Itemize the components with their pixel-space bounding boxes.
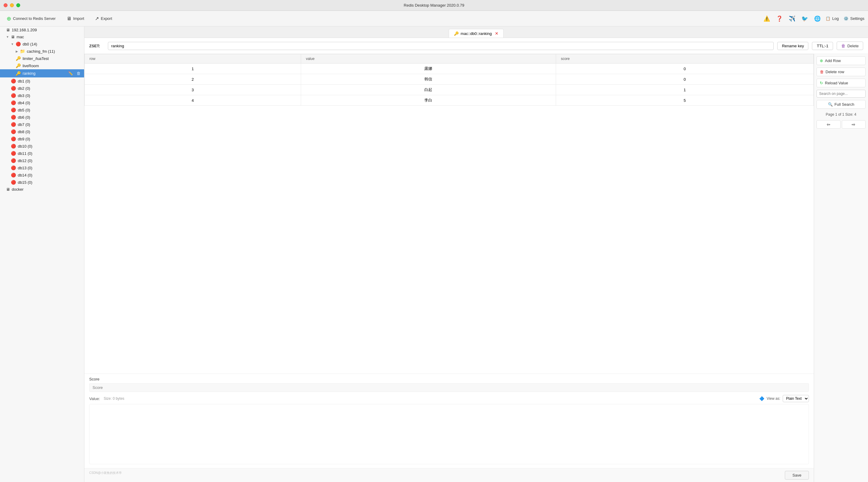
sidebar-item-db6[interactable]: 🔴 db6 (0)	[0, 114, 84, 121]
search-input[interactable]	[816, 90, 866, 98]
sidebar-item-db10[interactable]: 🔴 db10 (0)	[0, 142, 84, 150]
add-row-button[interactable]: ⊕ Add Row	[816, 56, 866, 65]
sidebar-item-server-mac[interactable]: ▼ 🖥 mac	[0, 33, 84, 40]
connect-button[interactable]: ⊕ Connect to Redis Server	[4, 13, 59, 24]
data-table: row value score 1 露娜 0 2 韩信 0 3 白起 1 4 李…	[84, 54, 814, 106]
close-button[interactable]	[4, 3, 7, 7]
sidebar-item-db1[interactable]: 🔴 db1 (0)	[0, 77, 84, 85]
cell-row: 4	[85, 95, 301, 106]
full-search-label: Full Search	[835, 102, 855, 107]
save-button[interactable]: Save	[785, 471, 809, 480]
log-button[interactable]: 📋 Log	[826, 16, 839, 21]
db13-icon: 🔴	[11, 165, 16, 170]
db4-icon: 🔴	[11, 100, 16, 105]
content-body: row value score 1 露娜 0 2 韩信 0 3 白起 1 4 李…	[84, 54, 868, 482]
minimize-button[interactable]	[10, 3, 14, 7]
tab-key-icon: 🔑	[454, 31, 459, 36]
delete-key-btn[interactable]: 🗑 Delete	[837, 41, 863, 50]
app-title: Redis Desktop Manager 2020.0.79	[404, 3, 464, 7]
delete-icon: 🗑	[841, 43, 845, 48]
help-icon[interactable]: ❓	[776, 15, 783, 22]
sidebar-item-db4[interactable]: 🔴 db4 (0)	[0, 99, 84, 106]
sidebar-item-docker[interactable]: 🖥 docker	[0, 186, 84, 193]
cell-score: 1	[556, 85, 813, 95]
db0-label: db0 (14)	[23, 42, 37, 46]
sidebar-item-db8[interactable]: 🔴 db8 (0)	[0, 128, 84, 135]
sidebar-item-db7[interactable]: 🔴 db7 (0)	[0, 121, 84, 128]
pagination-buttons: ⇦ ⇨	[816, 120, 866, 129]
ttl-display: TTL:-1	[812, 42, 833, 50]
next-page-button[interactable]: ⇨	[842, 120, 866, 129]
sidebar-item-db9[interactable]: 🔴 db9 (0)	[0, 135, 84, 142]
view-as-select[interactable]: Plain Text JSON Hex Binary	[783, 395, 809, 402]
table-row[interactable]: 4 李白 5	[85, 95, 814, 106]
add-row-label: Add Row	[825, 59, 841, 63]
reload-label: Reload Value	[825, 81, 848, 85]
sidebar-actions: ✏️ 🗑	[67, 70, 82, 76]
reload-icon: ↻	[820, 81, 823, 85]
score-input[interactable]	[89, 383, 809, 392]
sidebar-item-liveroom[interactable]: 🔑 liveRoom	[0, 62, 84, 69]
sidebar-item-ranking[interactable]: 🔑 ranking ✏️ 🗑	[0, 69, 84, 77]
export-button[interactable]: ↗ Export	[92, 14, 115, 23]
key-name-input[interactable]	[108, 42, 774, 50]
sidebar-item-db13[interactable]: 🔴 db13 (0)	[0, 164, 84, 171]
db15-label: db15 (0)	[18, 180, 32, 185]
value-size: Size: 0 bytes	[104, 396, 124, 401]
table-row[interactable]: 2 韩信 0	[85, 74, 814, 85]
tab-close-button[interactable]: ✕	[495, 31, 498, 36]
view-as-row: 🔷 View as: Plain Text JSON Hex Binary	[759, 395, 809, 402]
view-as-icon: 🔷	[759, 396, 764, 401]
full-search-icon: 🔍	[828, 102, 833, 107]
db12-icon: 🔴	[11, 158, 16, 163]
edit-key-button[interactable]: ✏️	[67, 70, 74, 76]
settings-label: Settings	[850, 16, 864, 21]
sidebar-item-db11[interactable]: 🔴 db11 (0)	[0, 150, 84, 157]
table-scroll[interactable]: row value score 1 露娜 0 2 韩信 0 3 白起 1 4 李…	[84, 54, 814, 374]
sidebar-item-caching[interactable]: ▶ 📁 caching_fm (11)	[0, 47, 84, 55]
twitter-icon[interactable]: 🐦	[801, 15, 808, 22]
globe-icon[interactable]: 🌐	[814, 15, 821, 22]
key-editor: ZSET: Rename key TTL:-1 🗑 Delete	[84, 38, 868, 54]
db5-icon: 🔴	[11, 107, 16, 113]
settings-button[interactable]: ⚙️ Settings	[844, 16, 864, 21]
sidebar-item-server-1[interactable]: 🖥 192.168.1.209	[0, 27, 84, 33]
warning-icon[interactable]: ⚠️	[764, 15, 770, 22]
delete-key-button[interactable]: 🗑	[75, 70, 82, 76]
watermark-text: CSDN@小斑鱼的技术亭	[89, 471, 122, 480]
maximize-button[interactable]	[16, 3, 20, 7]
chevron-down-icon: ▼	[6, 35, 9, 38]
delete-row-icon: 🗑	[820, 70, 824, 74]
server-icon: 🖥	[6, 28, 10, 32]
db7-label: db7 (0)	[18, 122, 30, 127]
folder-icon: 📁	[20, 49, 25, 54]
db3-label: db3 (0)	[18, 93, 30, 98]
import-button[interactable]: 🖥 Import	[64, 14, 87, 23]
value-textarea[interactable]	[89, 404, 809, 464]
sidebar-item-db0[interactable]: ▼ 🔴 db0 (14)	[0, 40, 84, 47]
chevron-db0-icon: ▼	[11, 42, 14, 46]
sidebar-item-db2[interactable]: 🔴 db2 (0)	[0, 85, 84, 92]
reload-button[interactable]: ↻ Reload Value	[816, 78, 866, 87]
db8-icon: 🔴	[11, 129, 16, 134]
table-row[interactable]: 3 白起 1	[85, 85, 814, 95]
sidebar-item-db12[interactable]: 🔴 db12 (0)	[0, 157, 84, 164]
full-search-button[interactable]: 🔍 Full Search	[816, 100, 866, 109]
prev-page-button[interactable]: ⇦	[816, 120, 841, 129]
sidebar-item-db15[interactable]: 🔴 db15 (0)	[0, 179, 84, 186]
pagination-info: Page 1 of 1 Size: 4	[816, 111, 866, 118]
delete-row-button[interactable]: 🗑 Delete row	[816, 67, 866, 76]
db1-icon: 🔴	[11, 78, 16, 84]
tab-ranking[interactable]: 🔑 mac::db0::ranking ✕	[449, 29, 503, 38]
rename-key-button[interactable]: Rename key	[777, 42, 808, 50]
sidebar-item-db5[interactable]: 🔴 db5 (0)	[0, 106, 84, 114]
table-row[interactable]: 1 露娜 0	[85, 64, 814, 74]
cell-score: 0	[556, 64, 813, 74]
sidebar-item-db3[interactable]: 🔴 db3 (0)	[0, 92, 84, 99]
db2-icon: 🔴	[11, 86, 16, 91]
toolbar-icons: ⚠️ ❓ ✈️ 🐦 🌐	[764, 15, 821, 22]
telegram-icon[interactable]: ✈️	[789, 15, 795, 22]
sidebar-item-limiter[interactable]: 🔑 limiter_/luaTest	[0, 55, 84, 62]
sidebar-item-db14[interactable]: 🔴 db14 (0)	[0, 171, 84, 179]
titlebar: Redis Desktop Manager 2020.0.79	[0, 0, 868, 11]
